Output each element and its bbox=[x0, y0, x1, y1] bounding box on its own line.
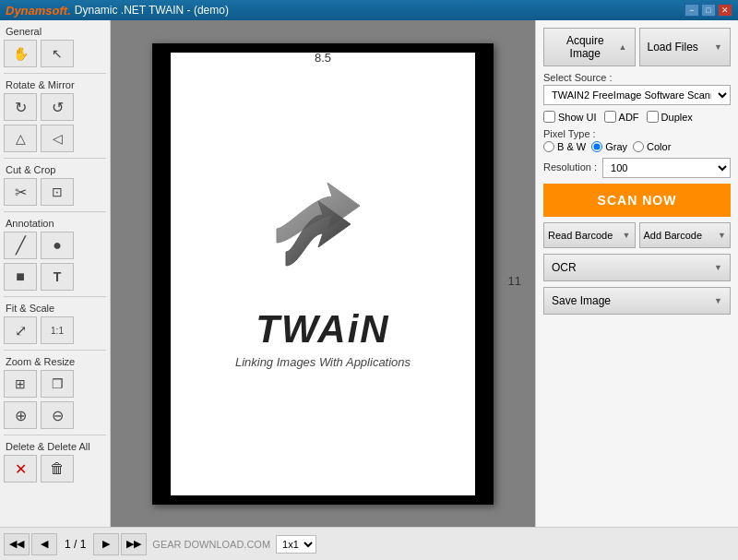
gear-watermark: GEAR DOWNLOAD.COM bbox=[149, 539, 274, 550]
adf-checkbox[interactable] bbox=[604, 111, 616, 123]
text-button[interactable]: T bbox=[41, 263, 74, 291]
circle-button[interactable]: ● bbox=[41, 232, 74, 259]
gray-radio-item: Gray bbox=[591, 141, 627, 152]
divider-2 bbox=[4, 158, 106, 159]
brand-dynamsoft: Dynamsoft. bbox=[6, 4, 71, 18]
resolution-label: Resolution : bbox=[543, 161, 597, 173]
section-delete-label: Delete & Delete All bbox=[4, 439, 106, 453]
fit-button[interactable]: ⤢ bbox=[4, 316, 37, 344]
rotate-row-1: ↻ ↺ bbox=[4, 93, 106, 121]
source-dropdown[interactable]: TWAIN2 FreeImage Software Scanne bbox=[543, 85, 731, 105]
show-ui-checkbox-item: Show UI bbox=[543, 111, 597, 123]
next-page-button[interactable]: ▶ bbox=[93, 533, 119, 555]
title-bar-controls: − □ ✕ bbox=[684, 4, 732, 17]
black-strip-left bbox=[152, 43, 171, 505]
section-annotation-label: Annotation bbox=[4, 216, 106, 230]
rotate-right-button[interactable]: ↻ bbox=[4, 93, 37, 121]
bw-radio[interactable] bbox=[543, 141, 554, 152]
load-files-button[interactable]: Load Files ▼ bbox=[639, 28, 732, 66]
page-width-label: 8.5 bbox=[315, 51, 331, 65]
zoom-row-2: ⊕ ⊖ bbox=[4, 401, 106, 429]
zoom-in-button[interactable]: ⊕ bbox=[4, 401, 37, 429]
show-ui-checkbox[interactable] bbox=[543, 111, 555, 123]
delete-button[interactable]: ✕ bbox=[4, 455, 37, 483]
title-bar-left: Dynamsoft. Dynamic .NET TWAIN - (demo) bbox=[6, 4, 229, 18]
divider-1 bbox=[4, 73, 106, 74]
image-viewer: 8.5 11 bbox=[111, 20, 535, 527]
gray-label: Gray bbox=[605, 141, 627, 152]
duplex-checkbox[interactable] bbox=[647, 111, 659, 123]
acquire-image-button[interactable]: Acquire Image ▲ bbox=[543, 28, 636, 66]
first-page-button[interactable]: ◀◀ bbox=[4, 533, 30, 555]
add-barcode-arrow: ▼ bbox=[718, 231, 726, 240]
divider-5 bbox=[4, 350, 106, 351]
zoom-row-1: ⊞ ❐ bbox=[4, 370, 106, 398]
resize-button[interactable]: ❐ bbox=[41, 370, 74, 398]
page-info: 1 / 1 bbox=[59, 538, 91, 551]
add-barcode-button[interactable]: Add Barcode ▼ bbox=[639, 222, 732, 248]
select-source-section: Select Source : TWAIN2 FreeImage Softwar… bbox=[543, 72, 731, 105]
save-image-button[interactable]: Save Image ▼ bbox=[543, 287, 731, 315]
divider-6 bbox=[4, 435, 106, 435]
twain-logo: TWAiN Linking Images With Applications bbox=[235, 178, 411, 369]
prev-page-button[interactable]: ◀ bbox=[31, 533, 57, 555]
delete-all-button[interactable]: 🗑 bbox=[41, 455, 74, 483]
cut-button[interactable]: ✂ bbox=[4, 178, 37, 206]
line-button[interactable]: ╱ bbox=[4, 232, 37, 259]
twain-logo-text: TWAiN bbox=[256, 307, 389, 351]
last-page-button[interactable]: ▶▶ bbox=[121, 533, 147, 555]
rect-button[interactable]: ■ bbox=[4, 263, 37, 291]
zoom-rect-button[interactable]: ⊞ bbox=[4, 370, 37, 398]
bottom-toolbar: ◀◀ ◀ 1 / 1 ▶ ▶▶ GEAR DOWNLOAD.COM 1x1 2x… bbox=[0, 527, 738, 560]
section-crop-label: Cut & Crop bbox=[4, 162, 106, 176]
resolution-dropdown[interactable]: 100 75 150 200 300 bbox=[602, 158, 731, 178]
load-files-dropdown-arrow: ▼ bbox=[714, 42, 722, 52]
annotation-row-2: ■ T bbox=[4, 263, 106, 291]
divider-3 bbox=[4, 211, 106, 212]
read-barcode-button[interactable]: Read Barcode ▼ bbox=[543, 222, 636, 248]
divider-4 bbox=[4, 296, 106, 297]
section-rotate-label: Rotate & Mirror bbox=[4, 77, 106, 91]
zoom-out-button[interactable]: ⊖ bbox=[41, 401, 74, 429]
pixel-type-section: Pixel Type : B & W Gray Color bbox=[543, 128, 731, 152]
checkbox-row: Show UI ADF Duplex bbox=[543, 111, 731, 123]
app-title: Dynamic .NET TWAIN - (demo) bbox=[75, 4, 229, 17]
select-tool-button[interactable]: ↖ bbox=[41, 40, 74, 67]
app-brand: Dynamsoft. bbox=[6, 4, 71, 18]
ocr-button[interactable]: OCR ▼ bbox=[543, 254, 731, 281]
pan-tool-button[interactable]: ✋ bbox=[4, 40, 37, 67]
gray-radio[interactable] bbox=[591, 141, 602, 152]
save-image-dropdown-arrow: ▼ bbox=[714, 296, 722, 305]
color-radio[interactable] bbox=[633, 141, 644, 152]
duplex-label: Duplex bbox=[661, 112, 693, 123]
annotation-row-1: ╱ ● bbox=[4, 232, 106, 259]
black-strip-bottom bbox=[171, 495, 475, 505]
close-button[interactable]: ✕ bbox=[718, 4, 732, 17]
twain-subtitle-text: Linking Images With Applications bbox=[235, 355, 411, 369]
zoom-dropdown[interactable]: 1x1 2x2 4x4 bbox=[276, 535, 316, 554]
color-label: Color bbox=[647, 141, 671, 152]
fit-row: ⤢ 1:1 bbox=[4, 316, 106, 344]
title-bar: Dynamsoft. Dynamic .NET TWAIN - (demo) −… bbox=[0, 0, 738, 20]
pixel-type-label: Pixel Type : bbox=[543, 128, 731, 139]
minimize-button[interactable]: − bbox=[684, 4, 699, 17]
black-strip-right bbox=[475, 43, 494, 505]
rotate-left-button[interactable]: ↺ bbox=[41, 93, 74, 121]
flip-v-button[interactable]: ◁ bbox=[41, 125, 74, 152]
actual-size-button[interactable]: 1:1 bbox=[41, 316, 74, 344]
flip-h-button[interactable]: △ bbox=[4, 125, 37, 152]
pixel-type-radio-row: B & W Gray Color bbox=[543, 141, 731, 152]
general-tools-row: ✋ ↖ bbox=[4, 40, 106, 67]
right-panel: Acquire Image ▲ Load Files ▼ Select Sour… bbox=[535, 20, 738, 527]
select-source-label: Select Source : bbox=[543, 72, 731, 83]
maximize-button[interactable]: □ bbox=[701, 4, 716, 17]
adf-checkbox-item: ADF bbox=[604, 111, 639, 123]
scan-now-button[interactable]: SCAN NOW bbox=[543, 184, 731, 217]
left-toolbar: General ✋ ↖ Rotate & Mirror ↻ ↺ △ ◁ Cut … bbox=[0, 20, 111, 527]
crop-button[interactable]: ⊡ bbox=[41, 178, 74, 206]
bw-radio-item: B & W bbox=[543, 141, 586, 152]
acquire-dropdown-arrow: ▲ bbox=[619, 42, 627, 52]
twain-arrow-icon bbox=[268, 178, 378, 289]
page-height-label: 11 bbox=[508, 274, 521, 288]
barcode-buttons-row: Read Barcode ▼ Add Barcode ▼ bbox=[543, 222, 731, 248]
